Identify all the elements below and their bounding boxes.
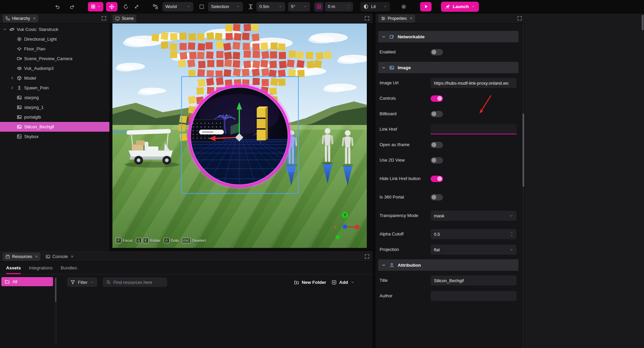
play-button[interactable] <box>420 2 432 11</box>
tree-item-floor-plan[interactable]: Floor_Plan <box>0 44 109 54</box>
expand-panel-icon[interactable] <box>517 16 522 21</box>
field-image-url[interactable]: https://hubs-mudf-link-proxy.onland.wo <box>431 78 516 88</box>
rotate-tool-button[interactable] <box>121 2 130 11</box>
select-projection[interactable]: flat <box>431 245 516 255</box>
transform-pivot-button[interactable] <box>151 2 160 11</box>
expand-panel-icon[interactable] <box>101 16 106 21</box>
tab-resources[interactable]: Resources× <box>3 253 40 261</box>
asset-grid-tool-button[interactable] <box>88 2 103 11</box>
new-folder-button[interactable]: New Folder <box>294 280 326 285</box>
undo-button[interactable] <box>53 2 62 11</box>
selection-mode-button[interactable] <box>197 2 206 11</box>
close-icon[interactable]: × <box>410 16 412 20</box>
stepper-arrows[interactable] <box>347 4 350 9</box>
tree-item-starpng[interactable]: starpng <box>0 93 109 102</box>
launch-button[interactable]: Launch <box>441 2 479 12</box>
tab-hierarchy[interactable]: Hierarchy × <box>3 14 38 23</box>
select-transparency-mode[interactable]: mask <box>431 211 516 221</box>
new-folder-label: New Folder <box>302 280 326 285</box>
prop-label: Open as Iframe <box>380 142 427 148</box>
toggle-billboard[interactable] <box>431 111 443 117</box>
tab-properties[interactable]: Properties × <box>378 14 415 23</box>
section-image[interactable]: Image <box>378 62 518 73</box>
field-link-href[interactable] <box>431 124 516 134</box>
tab-console[interactable]: Console× <box>43 253 76 261</box>
prop-label: Title <box>380 277 427 284</box>
number-alpha-cutoff[interactable]: 0.5 <box>431 229 516 239</box>
reference-space-dropdown[interactable]: World <box>162 2 193 11</box>
redo-button[interactable] <box>68 2 77 11</box>
toggle-open-as-iframe[interactable] <box>431 142 443 148</box>
attribution-icon <box>389 263 394 268</box>
subtab-bundles[interactable]: Bundles <box>61 262 77 274</box>
chevron-up-icon <box>347 4 350 6</box>
tree-item-portalglb[interactable]: portalglb <box>0 112 109 122</box>
tab-scene[interactable]: Scene <box>112 14 136 23</box>
grid-height-stepper[interactable]: 0 m <box>325 2 353 11</box>
filter-button[interactable]: Filter <box>67 277 97 287</box>
tree-item-starpng-1[interactable]: starpng_1 <box>0 102 109 112</box>
field-author[interactable] <box>431 291 516 301</box>
prop-control <box>431 111 516 117</box>
section-networkable[interactable]: Networkable <box>378 31 518 42</box>
close-icon[interactable]: × <box>33 16 36 20</box>
chevron-down-icon[interactable] <box>3 27 7 32</box>
toggle-enabled[interactable] <box>431 49 443 55</box>
chevron-down-icon <box>279 5 282 8</box>
folders-scrollbar[interactable] <box>54 277 57 345</box>
section-label: Image <box>398 65 411 70</box>
toggle-is-360-portal[interactable] <box>431 194 443 201</box>
expand-panel-icon[interactable] <box>364 16 369 21</box>
expand-panel-icon[interactable] <box>364 254 369 259</box>
window-scrollbar-thumb[interactable] <box>642 15 644 30</box>
tree-item-model[interactable]: Model <box>0 73 109 83</box>
tree-item-silicon-bechgif[interactable]: Silicon_Bechgif <box>0 122 109 132</box>
tree-item-label: Skybox <box>24 134 39 139</box>
subtab-assets[interactable]: Assets <box>6 262 21 274</box>
stepper-arrows[interactable] <box>510 231 513 237</box>
render-mode-dropdown[interactable]: Lit <box>360 2 390 11</box>
toggle-use-2d-view[interactable] <box>431 157 443 164</box>
scale-tool-button[interactable] <box>132 2 141 11</box>
field-value: https://hubs-mudf-link-proxy.onland.wo <box>434 81 508 86</box>
toggle-controls[interactable] <box>431 95 443 102</box>
add-button[interactable]: Add <box>332 280 354 285</box>
scene-viewport[interactable]: YX FFocusQERotateGGrabESCDeselect <box>112 24 367 248</box>
scrollbar-thumb[interactable] <box>55 278 56 302</box>
field-title[interactable]: Silicon_Bechgif <box>431 275 516 286</box>
tree-item-label: Vuk Cosic: Starstruck <box>17 27 58 32</box>
sliders-icon <box>381 16 386 21</box>
translation-snap-button[interactable] <box>246 2 255 11</box>
subtab-integrations[interactable]: Integrations <box>29 262 53 274</box>
move-tool-button[interactable] <box>106 2 117 11</box>
section-attribution[interactable]: Attribution <box>378 259 518 271</box>
settings-button[interactable] <box>399 2 408 11</box>
chevron-right-icon[interactable] <box>10 76 14 80</box>
translation-snap-dropdown[interactable]: 0.5m <box>256 2 285 11</box>
rotation-snap-dropdown[interactable]: 5° <box>288 2 310 11</box>
grid-visibility-button[interactable] <box>314 2 324 11</box>
chevron-right-icon[interactable] <box>10 86 14 90</box>
chevron-spacer <box>10 47 14 51</box>
chevron-spacer <box>10 95 14 100</box>
selection-dropdown[interactable]: Selection <box>208 2 243 11</box>
tree-item-vuk-audiomp3[interactable]: Vuk_Audiomp3 <box>0 63 109 73</box>
tree-item-vuk-cosic-starstruck[interactable]: Vuk Cosic: Starstruck <box>0 25 109 34</box>
close-icon[interactable]: × <box>35 254 38 259</box>
chevron-down-icon[interactable] <box>382 35 386 39</box>
tree-item-spawn-poin[interactable]: Spawn_Poin <box>0 83 109 93</box>
hierarchy-panel: Hierarchy × Vuk Cosic: StarstruckDirecti… <box>0 13 110 251</box>
search-input[interactable]: Find resources here <box>103 277 167 287</box>
chevron-down-icon[interactable] <box>382 263 386 267</box>
chevron-down-icon[interactable] <box>382 66 386 70</box>
toggle-hide-link-href-button[interactable] <box>431 176 443 182</box>
tree-item-skybox[interactable]: Skybox <box>0 132 109 141</box>
selection-value: Selection <box>211 4 229 9</box>
tree-item-directional-light[interactable]: Directional_Light <box>0 34 109 44</box>
tree-item-scene-preview-camera[interactable]: Scene_Preview_Camera <box>0 54 109 63</box>
toggle-knob <box>432 158 436 163</box>
properties-scrollbar[interactable] <box>523 24 524 348</box>
folder-item-all[interactable]: All <box>1 277 53 286</box>
close-icon[interactable]: × <box>71 254 73 259</box>
scrollbar-thumb[interactable] <box>523 114 524 187</box>
